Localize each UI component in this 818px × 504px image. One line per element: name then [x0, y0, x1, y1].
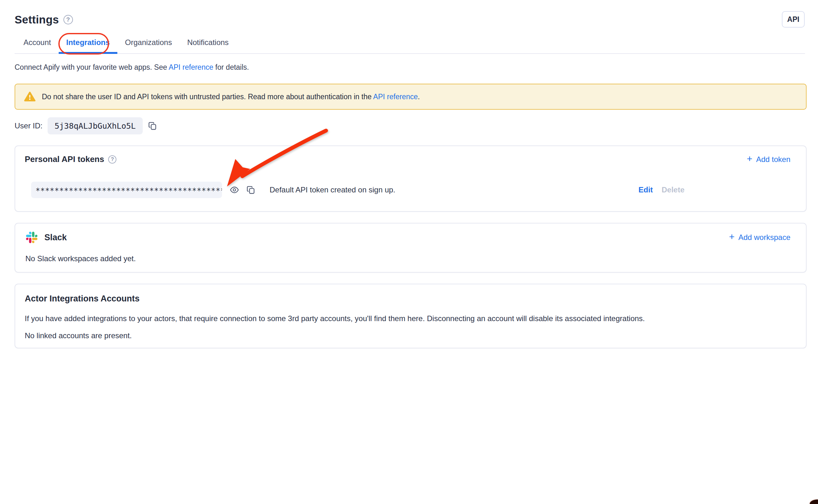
- user-id-row: User ID: 5j38qALJbGuXhLo5L: [15, 117, 157, 134]
- page-title-text: Settings: [15, 13, 59, 26]
- actor-integrations-card: Actor Integrations Accounts If you have …: [15, 284, 807, 348]
- intro-text-before: Connect Apify with your favorite web app…: [15, 63, 169, 71]
- tab-notifications[interactable]: Notifications: [179, 38, 236, 54]
- warning-text-before: Do not share the user ID and API tokens …: [42, 93, 373, 101]
- tab-account[interactable]: Account: [16, 38, 59, 54]
- add-token-label: Add token: [756, 155, 790, 164]
- plus-icon: +: [729, 232, 735, 242]
- reveal-token-button[interactable]: [230, 185, 239, 195]
- page-title: Settings ?: [15, 13, 73, 26]
- copy-icon: [148, 121, 157, 131]
- actor-integrations-title: Actor Integrations Accounts: [25, 294, 140, 304]
- actor-integrations-empty-text: No linked accounts are present.: [25, 331, 132, 340]
- personal-api-tokens-card: Personal API tokens ? + Add token ******…: [15, 145, 807, 212]
- warning-api-reference-link[interactable]: API reference: [373, 93, 418, 101]
- token-row: ****************************************…: [31, 182, 790, 198]
- settings-tabs: Account Integrations Organizations Notif…: [15, 36, 805, 54]
- intro-text-after: for details.: [213, 63, 249, 71]
- personal-api-tokens-title-text: Personal API tokens: [25, 154, 104, 164]
- add-token-button[interactable]: + Add token: [747, 155, 790, 164]
- user-id-label: User ID:: [15, 121, 42, 130]
- slack-icon: [26, 232, 37, 243]
- eye-icon: [230, 185, 239, 195]
- personal-api-tokens-title: Personal API tokens ?: [25, 154, 116, 164]
- masked-token-field[interactable]: ****************************************…: [31, 182, 222, 198]
- warning-banner: Do not share the user ID and API tokens …: [15, 84, 807, 110]
- screen-corner-artifact: [810, 500, 818, 504]
- warning-text-after: .: [418, 93, 420, 101]
- slack-empty-text: No Slack workspaces added yet.: [25, 254, 136, 263]
- tab-organizations[interactable]: Organizations: [117, 38, 179, 54]
- copy-token-button[interactable]: [246, 185, 256, 195]
- slack-card-title: Slack: [44, 233, 67, 242]
- token-description: Default API token created on sign up.: [269, 185, 395, 194]
- copy-user-id-button[interactable]: [148, 121, 157, 131]
- delete-token-button[interactable]: Delete: [662, 185, 685, 194]
- actor-integrations-description: If you have added integrations to your a…: [25, 314, 645, 323]
- intro-text: Connect Apify with your favorite web app…: [15, 63, 249, 72]
- warning-icon: [24, 91, 36, 102]
- warning-text: Do not share the user ID and API tokens …: [42, 93, 420, 101]
- copy-icon: [246, 185, 256, 195]
- help-icon[interactable]: ?: [63, 15, 73, 24]
- help-icon[interactable]: ?: [108, 155, 116, 164]
- tab-integrations[interactable]: Integrations: [59, 38, 117, 54]
- add-workspace-button[interactable]: + Add workspace: [729, 233, 790, 242]
- add-workspace-label: Add workspace: [738, 233, 790, 242]
- api-button[interactable]: API: [782, 11, 805, 28]
- user-id-value: 5j38qALJbGuXhLo5L: [48, 117, 143, 134]
- api-reference-link[interactable]: API reference: [169, 63, 213, 71]
- plus-icon: +: [747, 154, 752, 164]
- edit-token-button[interactable]: Edit: [639, 185, 653, 194]
- slack-card: Slack + Add workspace No Slack workspace…: [15, 223, 807, 273]
